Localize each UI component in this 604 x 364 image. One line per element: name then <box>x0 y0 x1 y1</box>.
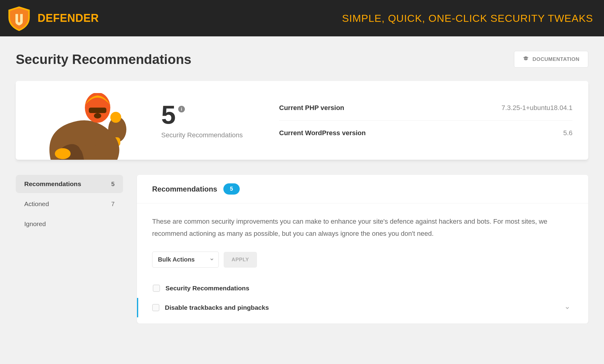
list-header: Security Recommendations <box>152 279 573 298</box>
hero-illustration <box>16 81 149 160</box>
summary-count: 5 <box>161 102 176 128</box>
summary-card: 5 i Security Recommendations Current PHP… <box>16 81 588 160</box>
list-header-label: Security Recommendations <box>165 285 249 292</box>
summary-metric: 5 i Security Recommendations <box>149 81 279 160</box>
bulk-actions-select[interactable]: Bulk Actions <box>152 252 219 268</box>
brand-name: DEFENDER <box>38 12 99 25</box>
page-header: Security Recommendations DOCUMENTATION <box>16 51 588 68</box>
sidebar-item-recommendations[interactable]: Recommendations 5 <box>16 175 123 193</box>
page-title: Security Recommendations <box>16 52 192 67</box>
stat-row: Current WordPress version 5.6 <box>279 121 572 145</box>
list-item-label: Disable trackbacks and pingbacks <box>165 304 269 311</box>
svg-rect-5 <box>89 108 106 113</box>
svg-point-3 <box>55 148 71 159</box>
graduation-cap-icon <box>523 55 529 63</box>
brand: DEFENDER <box>6 5 99 31</box>
stat-value: 5.6 <box>563 129 572 137</box>
summary-count-label: Security Recommendations <box>161 131 243 139</box>
tagline: SIMPLE, QUICK, ONE-CLICK SECURITY TWEAKS <box>342 12 593 24</box>
chevron-down-icon <box>209 256 214 263</box>
svg-point-7 <box>77 123 97 154</box>
svg-point-2 <box>110 112 121 123</box>
stat-row: Current PHP version 7.3.25-1+ubuntu18.04… <box>279 95 572 121</box>
bulk-actions-bar: Bulk Actions APPLY <box>152 252 573 268</box>
stat-value: 7.3.25-1+ubuntu18.04.1 <box>502 104 572 112</box>
top-bar: DEFENDER SIMPLE, QUICK, ONE-CLICK SECURI… <box>0 0 604 36</box>
list-item-checkbox[interactable] <box>152 304 159 311</box>
svg-point-6 <box>94 113 101 119</box>
sidebar-item-label: Recommendations <box>24 180 81 188</box>
sidebar-item-ignored[interactable]: Ignored <box>16 215 123 233</box>
sidebar-item-count: 7 <box>111 201 115 208</box>
apply-button[interactable]: APPLY <box>224 252 257 268</box>
list-item[interactable]: Disable trackbacks and pingbacks <box>137 298 573 317</box>
defender-logo-icon <box>6 5 32 31</box>
bulk-actions-label: Bulk Actions <box>158 256 195 263</box>
panel-badge: 5 <box>223 183 240 195</box>
sidebar-item-actioned[interactable]: Actioned 7 <box>16 195 123 213</box>
stat-label: Current PHP version <box>279 104 344 112</box>
main-panel: Recommendations 5 These are common secur… <box>137 175 588 323</box>
documentation-button[interactable]: DOCUMENTATION <box>514 51 588 68</box>
sidebar-item-count: 5 <box>111 181 115 188</box>
sidebar-item-label: Ignored <box>24 220 46 228</box>
info-icon[interactable]: i <box>178 106 185 112</box>
chevron-down-icon[interactable] <box>565 305 570 310</box>
stat-label: Current WordPress version <box>279 129 366 137</box>
panel-description: These are common security improvements y… <box>152 215 573 239</box>
summary-stats: Current PHP version 7.3.25-1+ubuntu18.04… <box>279 81 572 160</box>
sidebar-item-label: Actioned <box>24 200 49 208</box>
select-all-checkbox[interactable] <box>153 285 160 292</box>
panel-title: Recommendations <box>152 185 217 193</box>
panel-header: Recommendations 5 <box>137 175 588 203</box>
documentation-label: DOCUMENTATION <box>532 56 579 62</box>
sidebar: Recommendations 5 Actioned 7 Ignored <box>16 175 123 235</box>
